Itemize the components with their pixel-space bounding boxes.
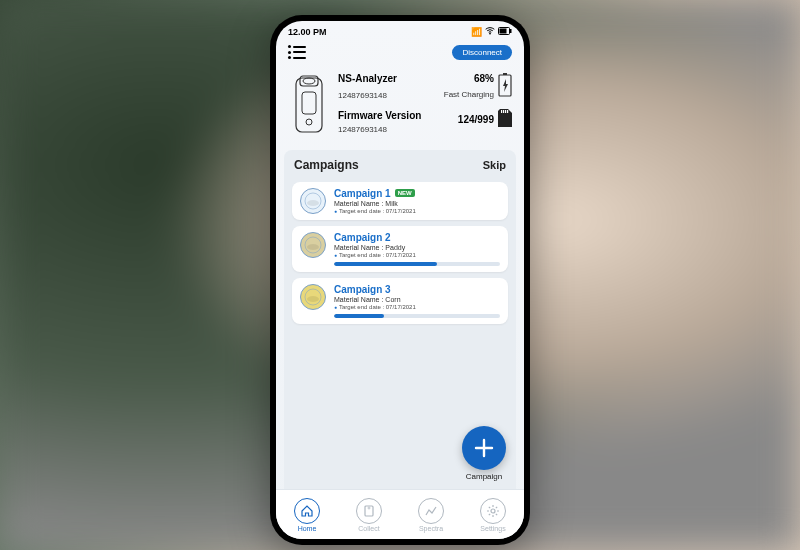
nav-spectra[interactable]: Spectra xyxy=(418,498,444,532)
campaign-progress xyxy=(334,262,500,266)
nav-label: Collect xyxy=(358,525,379,532)
wifi-icon xyxy=(485,27,495,37)
svg-point-23 xyxy=(491,509,495,513)
campaign-material: Material Name : Milk xyxy=(334,200,500,207)
device-image xyxy=(288,70,330,136)
nav-home[interactable]: Home xyxy=(294,498,320,532)
nav-collect[interactable]: Collect xyxy=(356,498,382,532)
fab-label: Campaign xyxy=(466,472,502,481)
device-serial: 12487693148 xyxy=(338,91,440,100)
signal-icon: 📶 xyxy=(471,27,482,37)
nav-label: Settings xyxy=(480,525,505,532)
svg-point-8 xyxy=(306,119,312,125)
svg-rect-3 xyxy=(500,28,507,33)
battery-icon xyxy=(498,73,512,99)
svg-point-6 xyxy=(303,78,315,84)
svg-point-16 xyxy=(307,200,319,206)
campaign-card[interactable]: Campaign 3 Material Name : Corn Target e… xyxy=(292,278,508,324)
campaigns-header: Campaigns Skip xyxy=(284,150,516,176)
campaign-title: Campaign 2 xyxy=(334,232,391,243)
nav-label: Home xyxy=(298,525,317,532)
sd-card-icon xyxy=(498,109,512,129)
campaign-list: Campaign 1 NEW Material Name : Milk Targ… xyxy=(284,176,516,489)
home-icon xyxy=(294,498,320,524)
device-card: NS-Analyzer 68% 12487693148 Fast Chargin… xyxy=(286,66,514,146)
screen: 12.00 PM 📶 Disconnect xyxy=(276,21,524,539)
firmware-value: 12487693148 xyxy=(338,125,440,134)
phone-frame: 12.00 PM 📶 Disconnect xyxy=(270,15,530,545)
svg-point-22 xyxy=(368,507,370,509)
campaign-meta: Target end date : 07/17/2021 xyxy=(334,304,500,310)
svg-rect-14 xyxy=(507,110,508,113)
status-time: 12.00 PM xyxy=(288,27,327,37)
firmware-label: Firmware Version xyxy=(338,110,440,121)
new-badge: NEW xyxy=(395,189,415,197)
bottom-nav: Home Collect Spectra Settings xyxy=(276,489,524,539)
campaign-avatar xyxy=(300,284,326,310)
skip-link[interactable]: Skip xyxy=(483,159,506,171)
campaign-meta: Target end date : 07/17/2021 xyxy=(334,208,500,214)
campaigns-title: Campaigns xyxy=(294,158,359,172)
settings-icon xyxy=(480,498,506,524)
battery-status: Fast Charging xyxy=(444,90,494,99)
status-icons: 📶 xyxy=(471,27,512,37)
svg-point-18 xyxy=(307,244,319,250)
spectra-icon xyxy=(418,498,444,524)
svg-point-20 xyxy=(307,296,319,302)
battery-status-icon xyxy=(498,27,512,37)
nav-settings[interactable]: Settings xyxy=(480,498,506,532)
svg-rect-7 xyxy=(302,92,316,114)
campaign-avatar xyxy=(300,232,326,258)
collect-icon xyxy=(356,498,382,524)
device-name: NS-Analyzer xyxy=(338,73,440,84)
campaign-title: Campaign 3 xyxy=(334,284,391,295)
campaign-title: Campaign 1 xyxy=(334,188,391,199)
campaign-material: Material Name : Corn xyxy=(334,296,500,303)
campaign-card[interactable]: Campaign 1 NEW Material Name : Milk Targ… xyxy=(292,182,508,220)
add-campaign-button[interactable] xyxy=(462,426,506,470)
menu-icon[interactable] xyxy=(288,45,306,59)
svg-rect-11 xyxy=(501,110,502,113)
svg-rect-21 xyxy=(365,506,373,516)
nav-label: Spectra xyxy=(419,525,443,532)
battery-percent: 68% xyxy=(444,73,494,84)
campaign-avatar xyxy=(300,188,326,214)
svg-rect-12 xyxy=(503,110,504,113)
disconnect-button[interactable]: Disconnect xyxy=(452,45,512,60)
storage-count: 124/999 xyxy=(444,114,494,125)
svg-rect-2 xyxy=(510,29,512,33)
add-campaign-fab: Campaign xyxy=(462,426,506,481)
campaign-meta: Target end date : 07/17/2021 xyxy=(334,252,500,258)
campaign-progress xyxy=(334,314,500,318)
campaign-card[interactable]: Campaign 2 Material Name : Paddy Target … xyxy=(292,226,508,272)
status-bar: 12.00 PM 📶 xyxy=(276,21,524,43)
plus-icon xyxy=(473,437,495,459)
campaign-material: Material Name : Paddy xyxy=(334,244,500,251)
device-info: NS-Analyzer 68% 12487693148 Fast Chargin… xyxy=(338,70,512,136)
svg-rect-13 xyxy=(505,110,506,113)
svg-point-0 xyxy=(489,32,491,34)
top-bar: Disconnect xyxy=(276,43,524,66)
